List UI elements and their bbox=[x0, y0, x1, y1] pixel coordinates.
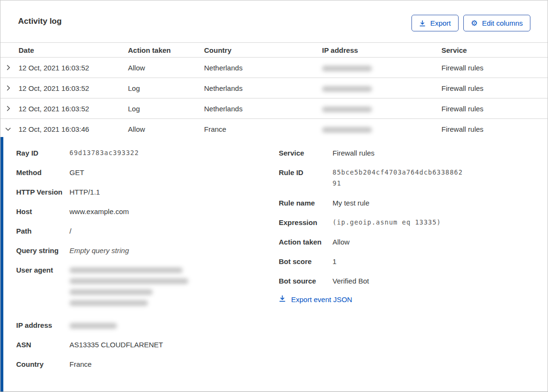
detail-row-expression: Expression (ip.geoip.asnum eq 13335) bbox=[279, 217, 548, 228]
export-event-json-label: Export event JSON bbox=[291, 295, 352, 304]
detail-row-bot-source: Bot source Verified Bot bbox=[279, 275, 548, 286]
cell-date: 12 Oct, 2021 16:03:52 bbox=[19, 84, 128, 92]
page-title: Activity log bbox=[18, 17, 62, 26]
cell-ip-redacted bbox=[322, 125, 441, 133]
col-header-country: Country bbox=[204, 46, 322, 54]
cell-country: Netherlands bbox=[204, 105, 322, 113]
detail-row-method: Method GET bbox=[16, 167, 276, 178]
cell-action: Allow bbox=[128, 64, 204, 72]
table-header-row: Date Action taken Country IP address Ser… bbox=[0, 42, 548, 58]
detail-column-right: Service Firewall rules Rule ID 85bce5b20… bbox=[276, 147, 548, 392]
col-header-ip: IP address bbox=[322, 46, 441, 54]
cell-country: Netherlands bbox=[204, 84, 322, 92]
detail-row-action-taken: Action taken Allow bbox=[279, 236, 548, 247]
col-header-date: Date bbox=[19, 46, 128, 54]
cell-date: 12 Oct, 2021 16:03:46 bbox=[19, 125, 128, 133]
activity-table: Date Action taken Country IP address Ser… bbox=[0, 42, 548, 139]
col-header-action: Action taken bbox=[128, 46, 204, 54]
event-detail-panel: Ray ID 69d13783ac393322 Method GET HTTP … bbox=[0, 137, 548, 392]
detail-row-query-string: Query string Empty query string bbox=[16, 245, 276, 256]
export-button[interactable]: Export bbox=[411, 15, 458, 31]
cell-ip-redacted bbox=[322, 105, 441, 113]
cell-action: Log bbox=[128, 84, 204, 92]
edit-columns-label: Edit columns bbox=[482, 19, 523, 27]
cell-service: Firewall rules bbox=[441, 105, 548, 113]
ip-redacted bbox=[69, 320, 117, 331]
cell-service: Firewall rules bbox=[441, 125, 548, 133]
user-agent-redacted bbox=[69, 265, 188, 311]
table-row[interactable]: 12 Oct, 2021 16:03:52 Log Netherlands Fi… bbox=[0, 98, 548, 119]
detail-row-ray-id: Ray ID 69d13783ac393322 bbox=[16, 147, 276, 158]
cell-ip-redacted bbox=[322, 84, 441, 92]
header-actions: Export ⚙ Edit columns bbox=[411, 15, 530, 31]
expand-chevron-icon[interactable] bbox=[0, 105, 19, 112]
detail-row-ip-address: IP address bbox=[16, 320, 276, 331]
table-row[interactable]: 12 Oct, 2021 16:03:52 Log Netherlands Fi… bbox=[0, 78, 548, 98]
download-icon bbox=[419, 20, 426, 27]
expand-chevron-icon[interactable] bbox=[0, 64, 19, 71]
cell-date: 12 Oct, 2021 16:03:52 bbox=[19, 105, 128, 113]
table-row-expanded[interactable]: 12 Oct, 2021 16:03:46 Allow France Firew… bbox=[0, 119, 548, 139]
detail-column-left: Ray ID 69d13783ac393322 Method GET HTTP … bbox=[16, 147, 276, 392]
export-event-json-link[interactable]: Export event JSON bbox=[279, 295, 548, 304]
detail-row-rule-id: Rule ID 85bce5b204cf4703a764dcb633886291 bbox=[279, 167, 548, 189]
cell-country: Netherlands bbox=[204, 64, 322, 72]
detail-row-service: Service Firewall rules bbox=[279, 147, 548, 158]
detail-row-path: Path / bbox=[16, 225, 276, 236]
activity-log-panel: Activity log Export ⚙ Edit columns Date … bbox=[0, 0, 548, 392]
table-row[interactable]: 12 Oct, 2021 16:03:52 Allow Netherlands … bbox=[0, 58, 548, 78]
export-button-label: Export bbox=[430, 19, 450, 27]
cell-country: France bbox=[204, 125, 322, 133]
detail-row-asn: ASN AS13335 CLOUDFLARENET bbox=[16, 339, 276, 350]
col-header-service: Service bbox=[441, 46, 548, 54]
cell-action: Log bbox=[128, 105, 204, 113]
detail-row-bot-score: Bot score 1 bbox=[279, 256, 548, 267]
detail-row-rule-name: Rule name My test rule bbox=[279, 197, 548, 208]
collapse-chevron-icon[interactable] bbox=[0, 126, 19, 132]
cell-ip-redacted bbox=[322, 64, 441, 72]
detail-row-host: Host www.example.com bbox=[16, 206, 276, 217]
expand-chevron-icon[interactable] bbox=[0, 85, 19, 91]
cell-action: Allow bbox=[128, 125, 204, 133]
detail-row-http-version: HTTP Version HTTP/1.1 bbox=[16, 186, 276, 197]
cell-service: Firewall rules bbox=[441, 64, 548, 72]
edit-columns-button[interactable]: ⚙ Edit columns bbox=[463, 15, 530, 31]
detail-row-country: Country France bbox=[16, 359, 276, 370]
cell-service: Firewall rules bbox=[441, 84, 548, 92]
cell-date: 12 Oct, 2021 16:03:52 bbox=[19, 64, 128, 72]
download-icon bbox=[279, 295, 286, 304]
gear-icon: ⚙ bbox=[471, 20, 478, 27]
detail-row-user-agent: User agent bbox=[16, 265, 276, 311]
